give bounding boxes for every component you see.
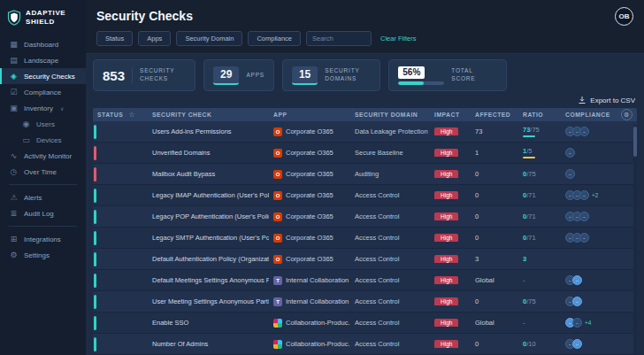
stat-label: SECURITY DOMAINS xyxy=(325,67,371,83)
security-checks-count: 853 xyxy=(103,68,125,83)
affected-value: 0 xyxy=(471,297,518,305)
app-name: Corporate O365 xyxy=(286,170,334,178)
ratio-text: 3 xyxy=(523,255,561,263)
ratio-numerator: - xyxy=(523,319,525,327)
compliance-badge[interactable]: − xyxy=(579,212,589,221)
column-header-security-check[interactable]: SECURITY CHECK xyxy=(148,112,269,118)
sidebar-item-security-checks[interactable]: ◈Security Checks xyxy=(0,68,86,84)
sidebar-item-over-time[interactable]: ◷Over Time xyxy=(0,164,86,180)
table-row[interactable]: Number Of AdminsCollaboration-Produc...A… xyxy=(93,334,637,355)
filter-button-compliance[interactable]: Compliance xyxy=(248,31,301,46)
column-header-impact[interactable]: IMPACT xyxy=(430,112,471,118)
o365-app-icon: O xyxy=(273,191,282,200)
impact-cell: High xyxy=(430,297,471,305)
app-name: Corporate O365 xyxy=(286,127,334,135)
sidebar-item-label: Integrations xyxy=(24,235,61,243)
column-header-app[interactable]: APP xyxy=(269,112,350,118)
table-row[interactable]: User Meeting Settings Anonymous Particip… xyxy=(93,291,637,313)
app-name: Internal Collaboration xyxy=(286,276,349,284)
clear-filters-button[interactable]: Clear Filters xyxy=(380,35,416,42)
total-score-fill xyxy=(398,81,424,85)
search-input[interactable] xyxy=(306,31,372,46)
compliance-cell: −− xyxy=(561,297,616,306)
table-row[interactable]: Legacy SMTP Authentication (User's Polic… xyxy=(93,228,637,249)
column-header-compliance[interactable]: COMPLIANCE xyxy=(561,112,616,118)
sidebar-item-devices[interactable]: ▭Devices xyxy=(0,132,86,148)
app-name: Corporate O365 xyxy=(286,149,334,157)
filter-button-security-domain[interactable]: Security Domain xyxy=(176,31,242,46)
security-check-name: Unverified Domains xyxy=(148,149,269,157)
security-check-name: Users Add-ins Permissions xyxy=(148,127,269,135)
affected-value: 0 xyxy=(471,212,518,220)
app-cell: OCorporate O365 xyxy=(269,212,350,221)
table-row[interactable]: Default Meetings Settings Anonymous Part… xyxy=(93,270,637,291)
inventory-icon: ▣ xyxy=(9,104,19,112)
app-name: Collaboration-Produc... xyxy=(286,319,350,327)
export-row: Export to CSV xyxy=(93,91,637,108)
security-domain: Access Control xyxy=(350,234,430,242)
sidebar-item-alerts[interactable]: ⚠Alerts xyxy=(0,189,86,205)
slack-app-icon xyxy=(273,319,282,328)
security-check-name: Legacy SMTP Authentication (User's Polic… xyxy=(148,234,269,242)
stat-card-security-checks: 853 SECURITY CHECKS xyxy=(93,59,196,91)
table-row[interactable]: Default Authentication Policy (Organizat… xyxy=(93,249,637,270)
security-domain: Access Control xyxy=(350,212,430,220)
sidebar-item-compliance[interactable]: ☑Compliance xyxy=(0,84,86,100)
favorite-star-icon[interactable]: ☆ xyxy=(128,111,135,119)
sidebar-item-landscape[interactable]: ▤Landscape xyxy=(0,52,86,68)
table-row[interactable]: Legacy IMAP Authentication (User's Polic… xyxy=(93,185,637,206)
column-header-affected[interactable]: AFFECTED xyxy=(471,112,518,118)
sidebar-item-activity-monitor[interactable]: ∿Activity Monitor xyxy=(0,148,86,164)
compliance-cell: −−− xyxy=(561,212,616,221)
compliance-badge[interactable]: − xyxy=(572,297,582,306)
filter-button-status[interactable]: Status xyxy=(96,31,133,46)
column-header-security-domain[interactable]: SECURITY DOMAIN xyxy=(350,112,430,118)
export-csv-button[interactable]: Export to CSV xyxy=(578,96,635,104)
header-actions: ⚙ xyxy=(616,109,637,120)
compliance-badge[interactable]: − xyxy=(565,148,575,158)
table-scrollbar[interactable] xyxy=(633,125,637,354)
sidebar-item-audit-log[interactable]: ≣Audit Log xyxy=(0,205,86,221)
table-row[interactable]: Legacy POP Authentication (User's Policy… xyxy=(93,206,637,228)
sidebar-item-inventory[interactable]: ▣Inventory∨ xyxy=(0,100,86,116)
compliance-badge[interactable]: − xyxy=(565,169,575,179)
ratio-cell: 0/71 xyxy=(518,212,561,220)
sidebar-item-settings[interactable]: ⚙Settings xyxy=(0,247,86,263)
compliance-badge[interactable]: − xyxy=(572,318,582,328)
ratio-numerator: 3 xyxy=(523,255,526,263)
devices-icon: ▭ xyxy=(21,135,31,144)
ratio-denominator: /75 xyxy=(526,297,535,305)
table-row[interactable]: Users Add-ins PermissionsOCorporate O365… xyxy=(93,121,637,143)
compliance-badge[interactable]: − xyxy=(579,190,589,200)
table-row[interactable]: Mailbox Audit BypassOCorporate O365Audit… xyxy=(93,164,637,185)
compliance-badge[interactable]: − xyxy=(572,339,582,349)
security-domain: Auditing xyxy=(350,170,430,178)
ratio-text: 0/71 xyxy=(523,191,561,199)
security-domain: Access Control xyxy=(350,319,430,327)
sidebar-item-integrations[interactable]: ⊞Integrations xyxy=(0,231,86,247)
scrollbar-thumb[interactable] xyxy=(633,127,637,157)
compliance-cell: −−−+2 xyxy=(561,190,616,200)
sidebar-item-users[interactable]: ◉Users xyxy=(0,116,86,132)
audit-log-icon: ≣ xyxy=(9,209,19,218)
sidebar-item-dashboard[interactable]: ▦Dashboard xyxy=(0,36,86,52)
user-avatar[interactable]: OB xyxy=(615,7,633,26)
filter-button-apps[interactable]: Apps xyxy=(138,31,171,46)
sidebar-item-label: Dashboard xyxy=(24,41,58,49)
security-check-name: Default Authentication Policy (Organizat… xyxy=(148,255,269,263)
compliance-badge[interactable]: − xyxy=(579,233,589,243)
impact-cell: High xyxy=(430,191,471,199)
column-header-status[interactable]: STATUS ☆ xyxy=(93,111,148,119)
brand[interactable]: ADAPTIVE SHIELD xyxy=(0,0,86,36)
app-cell: Collaboration-Produc... xyxy=(269,319,350,328)
table-row[interactable]: Enable SSOCollaboration-Produc...Access … xyxy=(93,313,637,334)
table-row[interactable]: Unverified DomainsOCorporate O365Secure … xyxy=(93,143,637,164)
compliance-badge[interactable]: − xyxy=(572,275,582,285)
impact-badge: High xyxy=(434,149,458,157)
compliance-badge[interactable]: − xyxy=(579,127,589,136)
column-header-ratio[interactable]: RATIO xyxy=(518,112,561,118)
table-settings-button[interactable]: ⚙ xyxy=(621,109,632,120)
impact-cell: High xyxy=(430,319,471,327)
impact-cell: High xyxy=(430,170,471,178)
ratio-cell: 0/10 xyxy=(518,340,561,348)
